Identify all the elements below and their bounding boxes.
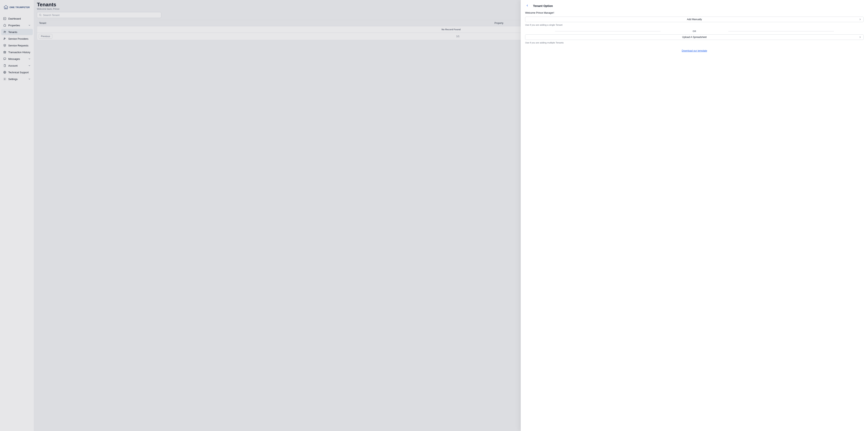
table-header-tenant: Tenant [37, 20, 493, 26]
sidebar-item-settings[interactable]: Settings [1, 76, 33, 82]
sidebar-item-service-providers[interactable]: Service Providers [1, 35, 33, 42]
sidebar-item-label: Tenants [8, 31, 18, 34]
sidebar-item-label: Technical Support [8, 71, 29, 74]
sidebar-item-tenants[interactable]: Tenants [1, 29, 33, 35]
upload-spreadsheet-hint: Use if you are adding multiple Tenants [525, 41, 864, 44]
add-manually-hint: Use if you are adding a single Tenant [525, 24, 864, 26]
chevron-down-icon [28, 24, 31, 27]
sidebar-item-label: Service Providers [8, 37, 28, 40]
wrench-icon [3, 37, 6, 40]
chevron-left-icon [526, 4, 529, 8]
sidebar-item-dashboard[interactable]: Dashboard [1, 16, 33, 22]
sidebar-item-label: Settings [8, 78, 18, 81]
sidebar-item-messages[interactable]: Messages [1, 56, 33, 62]
panel-welcome-text: Welcome Prince Manager! [525, 11, 864, 14]
download-template-link[interactable]: Download our template [525, 49, 864, 52]
chevron-down-icon [28, 57, 31, 60]
sidebar-item-technical-support[interactable]: Technical Support [1, 69, 33, 76]
sidebar-item-label: Transaction History [8, 51, 30, 54]
sidebar-item-label: Properties [8, 24, 20, 27]
svg-rect-3 [4, 58, 6, 60]
sidebar-item-service-requests[interactable]: Service Requests [1, 42, 33, 49]
sidebar-item-properties[interactable]: Properties [1, 22, 33, 28]
brand-name: OME TRUMPETER [9, 6, 30, 8]
svg-point-7 [39, 14, 41, 16]
svg-point-2 [5, 31, 6, 32]
sidebar-nav: Dashboard Properties Tenants Service Pro… [0, 16, 34, 82]
chart-icon [3, 17, 6, 20]
search-input[interactable] [37, 12, 161, 18]
home-icon [3, 24, 6, 27]
chevron-down-icon [28, 78, 31, 80]
sidebar-item-account[interactable]: Account [1, 62, 33, 69]
previous-page-button[interactable]: Previous [39, 34, 52, 39]
svg-point-6 [4, 79, 5, 79]
or-divider: OR [525, 30, 864, 32]
add-manually-label: Add Manually [687, 18, 702, 21]
sidebar: OME TRUMPETER Dashboard Properties Tenan… [0, 0, 34, 431]
panel-header: Tenant Option [525, 4, 864, 8]
users-icon [3, 30, 6, 34]
back-button[interactable] [525, 4, 529, 8]
bank-icon [3, 51, 6, 54]
house-icon [3, 5, 9, 10]
chevron-down-icon [28, 64, 31, 67]
support-icon [3, 71, 6, 74]
sidebar-item-label: Messages [8, 57, 20, 60]
sidebar-item-label: Dashboard [8, 17, 21, 20]
panel-title: Tenant Option [533, 4, 553, 7]
upload-spreadsheet-button[interactable]: Upload A Spreadsheet [525, 34, 864, 40]
layers-icon [3, 44, 6, 47]
document-icon [3, 64, 6, 67]
svg-point-1 [4, 31, 5, 32]
gear-icon [3, 78, 6, 81]
sidebar-item-transaction-history[interactable]: Transaction History [1, 49, 33, 55]
sidebar-item-label: Account [8, 64, 18, 67]
sidebar-item-label: Service Requests [8, 44, 28, 47]
message-icon [3, 57, 6, 60]
upload-spreadsheet-label: Upload A Spreadsheet [682, 36, 707, 38]
brand-logo: OME TRUMPETER [0, 3, 34, 16]
tenant-option-panel: Tenant Option Welcome Prince Manager! Ad… [521, 0, 868, 431]
add-manually-button[interactable]: Add Manually [525, 17, 864, 22]
or-label: OR [693, 30, 696, 32]
search-icon [39, 13, 42, 17]
search-wrap [37, 12, 161, 18]
chevron-right-icon [859, 36, 862, 38]
chevron-right-icon [859, 18, 862, 21]
svg-point-5 [4, 72, 5, 73]
